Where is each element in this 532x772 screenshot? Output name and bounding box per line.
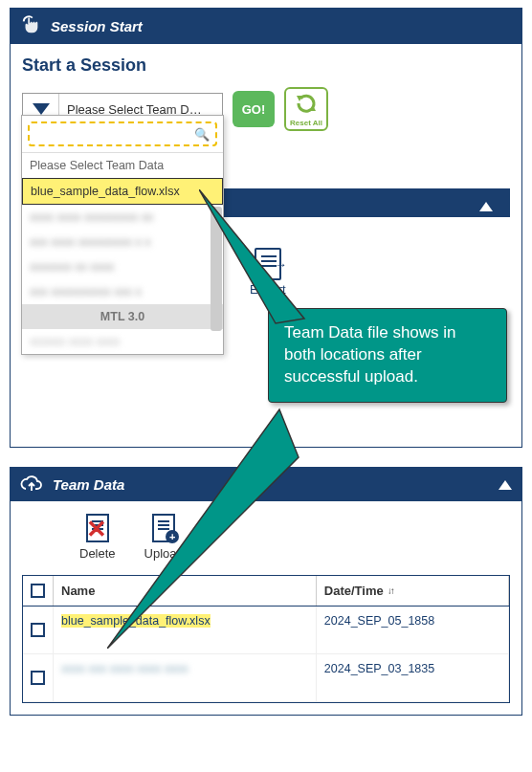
cloud-upload-icon <box>20 474 43 496</box>
svg-marker-5 <box>199 189 304 323</box>
dropdown-item-blurred[interactable]: xxx xxxx xxxxxxxxx x x <box>22 230 223 254</box>
row-checkbox[interactable] <box>31 623 45 637</box>
collapse-icon[interactable] <box>499 476 512 493</box>
reset-label: Reset All <box>290 119 322 127</box>
select-all-checkbox[interactable] <box>31 584 45 598</box>
session-start-header: Session Start <box>11 9 521 44</box>
file-name-cell[interactable]: xxxx xxx xxxx xxxx xxxx <box>54 654 317 701</box>
dropdown-section-header: MTL 3.0 <box>22 304 223 329</box>
dropdown-item-blurred[interactable]: xxxxxx xxxx xxxx <box>22 329 223 354</box>
svg-marker-4 <box>499 480 512 490</box>
start-session-heading: Start a Session <box>22 55 510 76</box>
reset-all-button[interactable]: Reset All <box>284 87 328 131</box>
reset-icon <box>295 92 318 119</box>
collapse-icon[interactable] <box>479 198 493 215</box>
column-date[interactable]: Date/Time ↓↑ <box>317 576 509 606</box>
file-date-cell: 2024_SEP_05_1858 <box>317 607 509 653</box>
row-checkbox[interactable] <box>31 671 45 685</box>
sort-desc-icon: ↓↑ <box>388 585 393 596</box>
team-data-dropdown-list: 🔍 Please Select Team Data blue_sample_da… <box>21 115 224 355</box>
row-checkbox-cell <box>23 654 54 701</box>
dropdown-item-placeholder[interactable]: Please Select Team Data <box>22 153 223 178</box>
row-checkbox-cell <box>23 607 54 653</box>
session-start-title: Session Start <box>51 18 143 34</box>
svg-marker-0 <box>33 103 50 115</box>
go-button[interactable]: GO! <box>233 91 275 127</box>
file-date-cell: 2024_SEP_03_1835 <box>317 654 509 701</box>
pointer-icon <box>20 14 41 38</box>
annotation-callout: Team Data file shows in both locations a… <box>268 308 507 403</box>
dropdown-search-input[interactable] <box>35 127 194 141</box>
table-row: xxxx xxx xxxx xxxx xxxx2024_SEP_03_1835 <box>23 654 509 702</box>
search-icon: 🔍 <box>194 127 210 142</box>
svg-marker-6 <box>107 409 299 649</box>
dropdown-item-blurred[interactable]: xxx xxxxxxxxxx xxx x <box>22 279 223 304</box>
dropdown-search[interactable]: 🔍 <box>28 121 217 146</box>
dropdown-item-blurred[interactable]: xxxxxxx xx xxxx <box>22 254 223 279</box>
select-all-checkbox-cell <box>23 576 54 606</box>
svg-marker-3 <box>479 202 493 211</box>
dropdown-item-blurred[interactable]: xxxx xxxx xxxxxxxxx xx <box>22 205 223 230</box>
dropdown-item-highlighted[interactable]: blue_sample_data_flow.xlsx <box>22 178 223 205</box>
